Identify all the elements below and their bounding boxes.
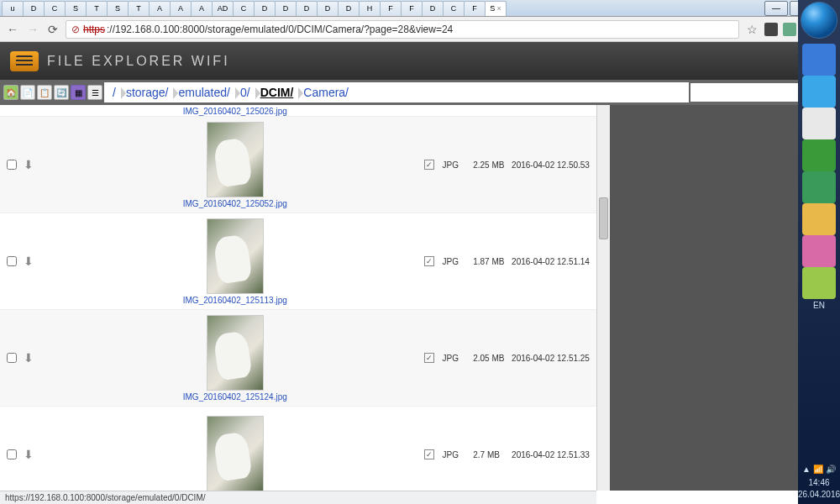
file-extension: JPG	[443, 257, 474, 266]
browser-tab[interactable]: D	[275, 1, 297, 16]
forward-button[interactable]: →	[25, 22, 40, 37]
browser-tab[interactable]: T	[86, 1, 108, 16]
file-select-checkbox[interactable]	[7, 160, 17, 170]
browser-tab[interactable]: F	[380, 1, 402, 16]
bookmark-icon[interactable]: ☆	[744, 22, 759, 37]
back-button[interactable]: ←	[5, 22, 20, 37]
file-row: ⬇IMG_20160402_125026.jpg✓	[0, 105, 596, 117]
extension-icon[interactable]	[783, 23, 796, 36]
language-indicator[interactable]: EN	[813, 301, 825, 310]
file-extension: JPG	[443, 450, 474, 459]
browser-tab[interactable]: S	[65, 1, 87, 16]
browser-tab[interactable]: D	[422, 1, 444, 16]
browser-tab[interactable]: D	[296, 1, 318, 16]
url-text: ://192.168.0.100:8000/storage/emulated/0…	[107, 24, 453, 35]
file-thumbnail[interactable]	[207, 122, 264, 197]
tool-paste[interactable]: 📋	[37, 85, 52, 100]
download-icon[interactable]: ⬇	[24, 158, 47, 171]
download-icon[interactable]: ⬇	[24, 448, 47, 461]
file-name-link[interactable]: IMG_20160402_125026.jpg	[183, 107, 287, 116]
file-name-link[interactable]: IMG_20160402_125113.jpg	[183, 296, 287, 305]
extension-icon[interactable]	[764, 23, 778, 36]
scrollbar-thumb[interactable]	[599, 197, 608, 239]
tray-icon[interactable]: ▲	[802, 464, 811, 475]
browser-tab[interactable]: T	[128, 1, 150, 16]
download-icon[interactable]: ⬇	[24, 255, 47, 268]
taskbar-app-icon[interactable]	[802, 267, 836, 299]
browser-tab[interactable]: C	[233, 1, 255, 16]
browser-tab[interactable]: S×	[485, 1, 507, 16]
browser-tab-strip: uDCSTSTAAAADCDDDDDHFFDCFS×	[2, 1, 763, 16]
browser-tab[interactable]: D	[338, 1, 360, 16]
browser-tab[interactable]: AD	[212, 1, 234, 16]
file-select-checkbox[interactable]	[7, 256, 17, 266]
file-row: ⬇IMG_20160402_125113.jpg✓JPG1.87 MB2016-…	[0, 213, 596, 310]
file-list: ⬇IMG_20160402_125026.jpg✓⬇IMG_20160402_1…	[0, 105, 596, 491]
window-minimize-button[interactable]: —	[764, 1, 788, 16]
browser-toolbar: ← → ⟳ ⊘ https ://192.168.0.100:8000/stor…	[0, 17, 840, 42]
browser-tab[interactable]: A	[191, 1, 213, 16]
breadcrumb-segment[interactable]: Camera/	[298, 86, 354, 99]
taskbar-app-icon[interactable]	[802, 108, 836, 139]
browser-tab[interactable]: A	[170, 1, 192, 16]
mark-checkbox[interactable]: ✓	[424, 353, 434, 363]
browser-tab[interactable]: A	[149, 1, 171, 16]
browser-tab[interactable]: D	[254, 1, 276, 16]
browser-tab[interactable]: D	[23, 1, 45, 16]
app-title: FILE EXPLORER WIFI	[47, 54, 230, 69]
browser-tab[interactable]: C	[44, 1, 66, 16]
file-extension: JPG	[443, 160, 474, 170]
mark-checkbox[interactable]: ✓	[424, 449, 434, 459]
download-icon[interactable]: ⬇	[24, 351, 47, 365]
file-name-link[interactable]: IMG_20160402_125052.jpg	[183, 199, 287, 208]
tool-home[interactable]: 🏠	[3, 85, 18, 100]
taskbar-app-icon[interactable]	[802, 203, 836, 235]
file-select-checkbox[interactable]	[7, 449, 17, 459]
taskbar-app-icon[interactable]	[802, 76, 836, 108]
tool-view-grid[interactable]: ▦	[71, 85, 86, 100]
browser-tab[interactable]: F	[401, 1, 423, 16]
taskbar-app-icon[interactable]	[802, 171, 836, 203]
breadcrumb-segment[interactable]: emulated/	[173, 86, 234, 99]
mark-checkbox[interactable]: ✓	[424, 160, 434, 170]
browser-tab[interactable]: D	[317, 1, 339, 16]
address-bar[interactable]: ⊘ https ://192.168.0.100:8000/storage/em…	[66, 20, 739, 39]
file-size: 2.7 MB	[473, 450, 512, 459]
breadcrumb-segment[interactable]: DCIM/	[255, 86, 299, 99]
system-tray: ▲ 📶 🔊 14:46 26.04.2016	[798, 460, 840, 504]
mark-checkbox[interactable]: ✓	[424, 256, 434, 266]
file-size: 2.25 MB	[473, 160, 512, 170]
clock-time[interactable]: 14:46	[798, 477, 840, 489]
start-button[interactable]	[801, 2, 837, 39]
file-thumbnail[interactable]	[207, 416, 264, 491]
tool-copy[interactable]: 📄	[20, 85, 35, 100]
taskbar-app-icon[interactable]	[802, 235, 836, 267]
file-name-link[interactable]: IMG_20160402_125124.jpg	[183, 392, 287, 402]
breadcrumb-segment[interactable]: storage/	[121, 86, 174, 99]
browser-tab[interactable]: F	[464, 1, 486, 16]
app-logo	[10, 51, 39, 71]
browser-tab[interactable]: S	[107, 1, 129, 16]
breadcrumb-segment[interactable]: 0/	[235, 86, 255, 99]
browser-tab[interactable]: u	[2, 1, 24, 16]
file-date: 2016-04-02 12.51.14	[512, 257, 596, 266]
url-protocol: https	[83, 24, 105, 35]
file-select-checkbox[interactable]	[7, 353, 17, 363]
tray-volume-icon[interactable]: 🔊	[826, 464, 836, 475]
reload-button[interactable]: ⟳	[45, 22, 60, 37]
browser-tab[interactable]: H	[359, 1, 381, 16]
breadcrumb-segment[interactable]: /	[108, 86, 121, 99]
tool-view-list[interactable]: ☰	[87, 85, 102, 100]
tray-network-icon[interactable]: 📶	[813, 464, 823, 475]
file-thumbnail[interactable]	[207, 315, 264, 391]
window-titlebar: uDCSTSTAAAADCDDDDDHFFDCFS× — ☐ ✕	[0, 0, 840, 17]
clock-date[interactable]: 26.04.2016	[798, 489, 840, 501]
file-date: 2016-04-02 12.51.25	[512, 354, 596, 363]
taskbar-app-icon[interactable]	[802, 44, 836, 76]
vertical-scrollbar[interactable]	[596, 105, 610, 491]
file-extension: JPG	[443, 354, 474, 363]
taskbar-app-icon[interactable]	[802, 139, 836, 171]
file-thumbnail[interactable]	[207, 218, 264, 294]
browser-tab[interactable]: C	[443, 1, 465, 16]
tool-refresh[interactable]: 🔄	[54, 85, 69, 100]
